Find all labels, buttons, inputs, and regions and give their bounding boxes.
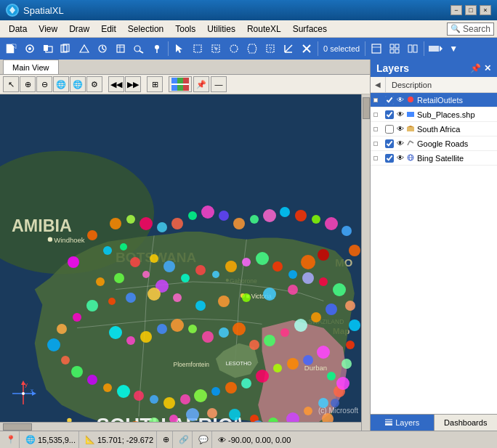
svg-text:Ploemfontein: Ploemfontein [174, 361, 210, 368]
svg-rect-83 [385, 423, 392, 425]
menu-tools[interactable]: Tools [169, 20, 201, 37]
toolbar-select-6[interactable] [280, 40, 297, 57]
map-prev-btn[interactable]: ◀◀ [108, 76, 124, 92]
layer-name-subplaces: Sub_Places.shp [417, 110, 475, 119]
close-button[interactable]: × [480, 5, 491, 15]
minimize-button[interactable]: − [450, 5, 462, 15]
layer-icon-subplaces [406, 110, 415, 119]
layer-checkbox-retail[interactable] [385, 96, 394, 105]
svg-rect-34 [372, 44, 381, 53]
map-globe-1-btn[interactable]: 🌐 [53, 76, 69, 92]
toolbar-dropdown[interactable] [427, 40, 444, 57]
toolbar-btn-4[interactable] [57, 40, 75, 57]
sidebar-desc-row: ◀ Description [371, 77, 497, 93]
layer-checkbox-bingsatellite[interactable] [385, 154, 394, 163]
layer-icon-retail [406, 96, 415, 105]
layer-eye-subplaces: 👁 [397, 110, 404, 118]
toolbar-select-3[interactable] [225, 40, 243, 57]
layer-checkbox-subplaces[interactable] [385, 110, 394, 119]
toolbar-select-4[interactable] [243, 40, 261, 57]
svg-rect-85 [385, 419, 392, 420]
menu-draw[interactable]: Draw [63, 20, 95, 37]
status-coords2-item: 📐 15.701; -29.672 [82, 431, 157, 448]
toolbar-btn-2[interactable] [21, 40, 39, 57]
layer-eye-retail: 👁 [397, 96, 404, 104]
toolbar-view-2[interactable] [386, 40, 403, 57]
layer-item-southafrica[interactable]: 👁 South Africa [371, 122, 497, 137]
search-area[interactable]: 🔍 Search [447, 23, 494, 36]
tab-main-view[interactable]: Main View [3, 60, 59, 74]
layers-list: 👁 RetailOutlets 👁 [371, 93, 497, 414]
toolbar-view-1[interactable] [368, 40, 385, 57]
toolbar-btn-1[interactable] [3, 40, 20, 57]
map-scrollbar-h[interactable] [0, 422, 361, 431]
toolbar-more[interactable]: ▼ [445, 40, 462, 57]
sidebar-pin-btn[interactable]: 📌 [470, 63, 481, 73]
sidebar-collapse-btn[interactable]: ◀ [371, 77, 386, 92]
map-bookmark-btn[interactable]: 📌 [193, 76, 209, 92]
map-settings-btn[interactable]: ⚙ [86, 76, 102, 92]
toolbar-btn-3[interactable] [39, 40, 57, 57]
menu-view[interactable]: View [33, 20, 63, 37]
status-globe-icon: 🌐 [25, 435, 36, 444]
map-next-btn[interactable]: ▶▶ [125, 76, 141, 92]
toolbar-select-2[interactable] [207, 40, 225, 57]
toolbar-select-5[interactable]: ? [262, 40, 279, 57]
map-zoom-in-btn[interactable]: ⊕ [20, 76, 36, 92]
layer-name-bingsatellite: Bing Satellite [417, 154, 464, 163]
toolbar-select-rect[interactable] [189, 40, 206, 57]
layer-checkbox-southafrica[interactable] [385, 125, 394, 134]
toolbar-btn-7[interactable] [112, 40, 129, 57]
layer-item-retail[interactable]: 👁 RetailOutlets [371, 93, 497, 107]
layer-checkbox-googleroads[interactable] [385, 139, 394, 148]
tab-dashboards[interactable]: Dashboards [435, 415, 498, 431]
svg-point-60 [241, 293, 245, 298]
map-axis: y x [9, 379, 38, 410]
sidebar-close-btn[interactable]: ✕ [484, 63, 491, 73]
toolbar-btn-8[interactable] [130, 40, 148, 57]
sidebar-desc-label: Description [386, 79, 437, 91]
map-canvas[interactable]: AMIBIA BOTSWANA Windhoek Gaborone [0, 94, 370, 431]
toolbar-view-3[interactable] [404, 40, 421, 57]
map-grid-btn[interactable]: ⊞ [147, 76, 163, 92]
svg-text:AMIBIA: AMIBIA [12, 216, 72, 235]
toolbar-btn-pin[interactable] [148, 40, 166, 57]
svg-text:y: y [25, 381, 28, 388]
svg-line-29 [285, 45, 292, 52]
layer-icon-bingsatellite [406, 154, 415, 163]
tab-layers[interactable]: Layers [371, 415, 435, 431]
layer-name-googleroads: Google Roads [417, 139, 468, 148]
layer-item-bingsatellite[interactable]: 👁 Bing Satellite [371, 151, 497, 166]
svg-rect-36 [390, 44, 394, 48]
svg-rect-14 [117, 45, 124, 52]
layer-item-googleroads[interactable]: 👁 Google Roads [371, 137, 497, 151]
svg-marker-24 [214, 46, 218, 51]
toolbar-btn-5[interactable] [76, 40, 93, 57]
search-icon: 🔍 [450, 24, 461, 33]
menu-edit[interactable]: Edit [95, 20, 122, 37]
menu-routexl[interactable]: RouteXL [241, 20, 287, 37]
toolbar-btn-6[interactable] [94, 40, 111, 57]
menu-data[interactable]: Data [3, 20, 33, 37]
layer-item-subplaces[interactable]: 👁 Sub_Places.shp [371, 107, 497, 122]
menu-utilities[interactable]: Utilities [201, 20, 241, 37]
map-line-btn[interactable]: — [211, 76, 227, 92]
maximize-button[interactable]: □ [465, 5, 477, 15]
toolbar-cursor[interactable] [171, 40, 188, 57]
status-globe-item: 🌐 15,535,9... [23, 431, 79, 448]
toolbar-deselect[interactable] [298, 40, 315, 57]
layer-name-southafrica: South Africa [417, 125, 460, 134]
svg-point-52 [48, 237, 52, 241]
map-zoom-out-btn[interactable]: ⊖ [36, 76, 52, 92]
layer-eye-bingsatellite: 👁 [397, 154, 404, 162]
map-color-btn[interactable] [169, 76, 192, 92]
status-coord-icon: 📐 [85, 435, 95, 444]
map-toolbar: ↖ ⊕ ⊖ 🌐 🌐 ⚙ ◀◀ ▶▶ ⊞ [0, 75, 370, 94]
menu-selection[interactable]: Selection [122, 20, 169, 37]
map-globe-2-btn[interactable]: 🌐 [70, 76, 86, 92]
map-scrollbar-v[interactable] [361, 94, 370, 431]
map-cursor-btn[interactable]: ↖ [3, 76, 19, 92]
status-points-icon: ⊕ [163, 435, 169, 444]
title-bar: SpatialXL − □ × [0, 0, 497, 20]
menu-surfaces[interactable]: Surfaces [287, 20, 333, 37]
